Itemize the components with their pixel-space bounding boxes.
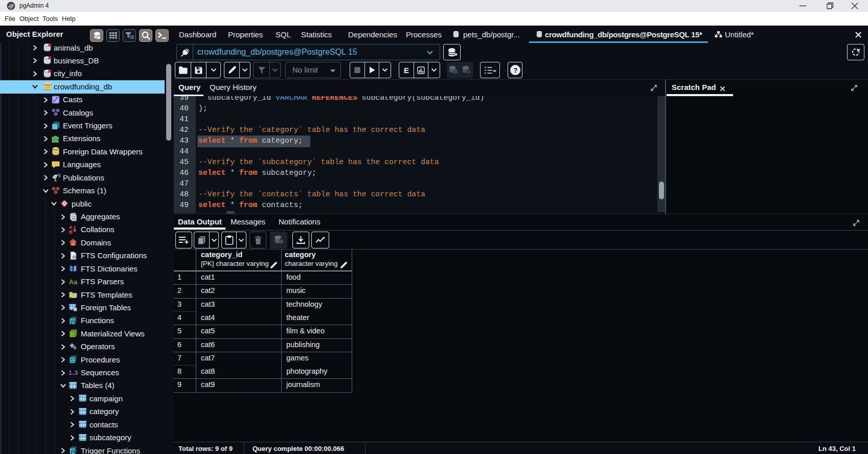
- svg-text:?: ?: [513, 66, 517, 74]
